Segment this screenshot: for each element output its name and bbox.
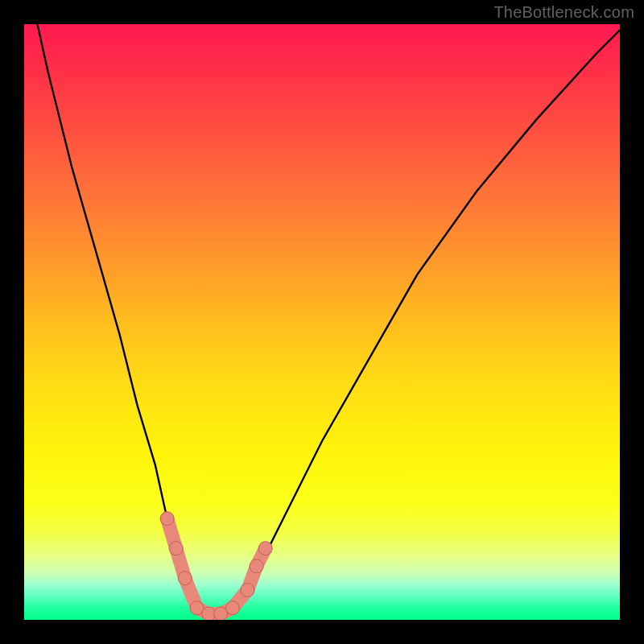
chart-plot-area xyxy=(24,24,620,620)
marker-dot xyxy=(258,542,272,555)
watermark-text: TheBottleneck.com xyxy=(493,3,634,22)
marker-dot xyxy=(169,542,183,555)
marker-dot xyxy=(226,601,240,615)
marker-dot xyxy=(241,584,254,597)
marker-dot xyxy=(250,559,263,573)
highlight-markers xyxy=(160,512,272,620)
marker-dot xyxy=(160,512,174,526)
marker-dot xyxy=(178,572,192,585)
chart-svg xyxy=(24,24,620,620)
bottleneck-curve xyxy=(24,24,620,614)
